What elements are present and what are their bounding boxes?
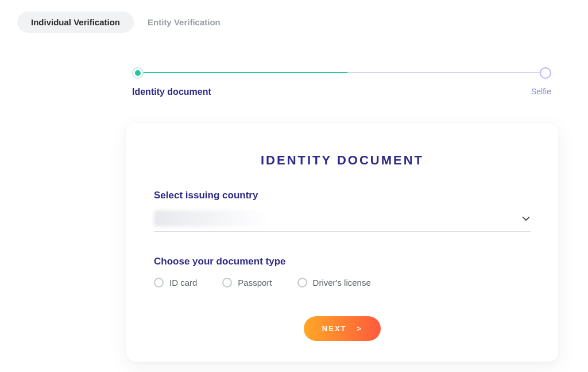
radio-label: ID card bbox=[169, 278, 197, 287]
step-node-selfie[interactable] bbox=[540, 67, 551, 79]
chevron-right-icon: > bbox=[357, 324, 363, 333]
radio-id-card[interactable]: ID card bbox=[154, 278, 197, 287]
step-label-selfie: Selfie bbox=[531, 87, 551, 97]
country-select[interactable] bbox=[154, 210, 531, 232]
radio-icon bbox=[297, 278, 307, 287]
stepper-progress bbox=[138, 72, 347, 73]
radio-icon bbox=[222, 278, 232, 287]
radio-passport[interactable]: Passport bbox=[222, 278, 272, 287]
country-section-label: Select issuing country bbox=[154, 190, 531, 201]
radio-label: Driver's license bbox=[313, 278, 371, 287]
radio-drivers-license[interactable]: Driver's license bbox=[297, 278, 371, 287]
radio-icon bbox=[154, 278, 164, 287]
tab-individual-verification[interactable]: Individual Verification bbox=[17, 11, 134, 33]
step-node-identity-document[interactable] bbox=[132, 67, 144, 79]
step-label-identity-document: Identity document bbox=[132, 87, 211, 97]
radio-label: Passport bbox=[238, 278, 272, 287]
tab-entity-verification[interactable]: Entity Verification bbox=[134, 11, 234, 33]
next-button-label: NEXT bbox=[322, 324, 347, 333]
card-title: IDENTITY DOCUMENT bbox=[154, 153, 531, 168]
progress-stepper: Identity document Selfie bbox=[132, 67, 551, 97]
identity-document-card: IDENTITY DOCUMENT Select issuing country… bbox=[126, 123, 558, 362]
verification-tabs: Individual Verification Entity Verificat… bbox=[17, 11, 571, 33]
doc-type-section-label: Choose your document type bbox=[154, 256, 531, 267]
chevron-down-icon bbox=[521, 214, 531, 223]
doc-type-radio-group: ID card Passport Driver's license bbox=[154, 278, 531, 287]
country-select-value bbox=[154, 210, 269, 227]
next-button[interactable]: NEXT > bbox=[304, 316, 381, 341]
